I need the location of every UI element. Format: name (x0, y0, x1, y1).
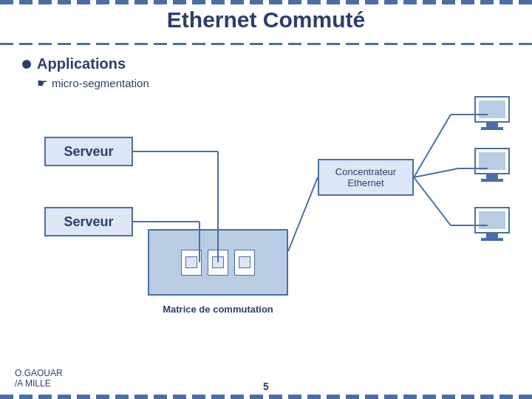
computer-3 (474, 207, 510, 241)
serveur1-box: Serveur (44, 137, 133, 166)
svg-line-9 (414, 177, 451, 225)
matrix-port-1 (181, 250, 202, 276)
commutation-matrix: Matrice de commutation (148, 229, 288, 296)
top-border (0, 0, 532, 4)
matrix-port-3 (234, 250, 255, 276)
page-title: Ethernet Commuté (0, 7, 532, 33)
monitor-1 (474, 96, 510, 123)
matrix-outer: Matrice de commutation (148, 229, 288, 296)
base-1 (481, 127, 503, 130)
applications-text: Applications (37, 55, 126, 72)
screen-2 (479, 152, 505, 170)
computer-1 (474, 96, 510, 130)
matrix-port-2 (208, 250, 228, 276)
author-name: O.GAOUAR (15, 368, 63, 378)
concentrateur-line1: Concentrateur (335, 166, 396, 177)
svg-line-5 (414, 115, 451, 177)
svg-line-4 (288, 177, 318, 251)
port-inner-1 (185, 256, 197, 268)
bottom-border (0, 395, 532, 399)
serveur2-box: Serveur (44, 207, 133, 236)
screen-1 (479, 100, 505, 118)
applications-label: Applications (22, 55, 149, 72)
port-inner-3 (239, 256, 250, 268)
matrix-label: Matrice de commutation (163, 304, 273, 315)
bullet-icon (22, 60, 31, 69)
base-3 (481, 238, 503, 241)
footer-author: O.GAOUAR /A MILLE (15, 368, 63, 389)
base-2 (481, 179, 503, 182)
applications-section: Applications ☛ micro-segmentation (22, 55, 149, 90)
co-author-name: /A MILLE (15, 378, 63, 389)
serveur1-label: Serveur (64, 144, 113, 160)
computer-2 (474, 148, 510, 182)
monitor-3 (474, 207, 510, 233)
micro-segmentation-text: micro-segmentation (52, 77, 149, 89)
serveur2-label: Serveur (64, 214, 113, 230)
port-inner-2 (212, 256, 224, 268)
concentrateur-line2: Ethernet (335, 177, 396, 188)
screen-3 (479, 211, 505, 229)
concentrateur-box: Concentrateur Ethernet (318, 159, 414, 196)
monitor-2 (474, 148, 510, 174)
arrow-icon: ☛ (37, 76, 47, 90)
svg-line-7 (414, 168, 458, 177)
page-number: 5 (263, 381, 269, 392)
micro-segmentation-item: ☛ micro-segmentation (37, 76, 149, 90)
title-underline (0, 43, 532, 45)
